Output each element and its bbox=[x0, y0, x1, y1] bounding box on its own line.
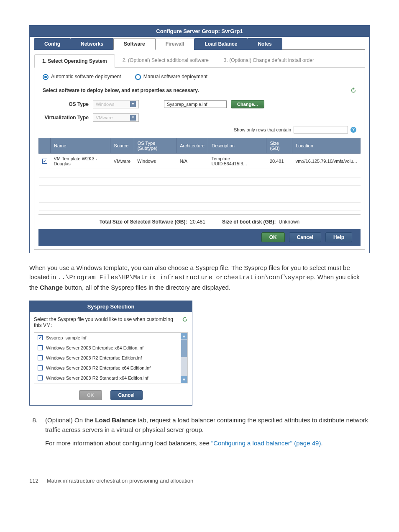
radio-icon bbox=[135, 74, 141, 80]
tab-panel: 1. Select Operating System 2. (Optional)… bbox=[34, 49, 365, 249]
link-configuring-load-balancer[interactable]: "Configuring a load balancer" (page 49) bbox=[211, 439, 321, 447]
col-desc[interactable]: Description bbox=[208, 138, 266, 153]
radio-manual-deploy[interactable]: Manual software deployment bbox=[135, 74, 207, 80]
item-checkbox[interactable] bbox=[38, 365, 43, 370]
list-item[interactable]: Windows Server 2003 R2 Standard x64 Edit… bbox=[34, 373, 187, 383]
step-1[interactable]: 1. Select Operating System bbox=[34, 54, 115, 68]
numbered-step-list: 8. (Optional) On the Load Balance tab, r… bbox=[29, 416, 370, 452]
tab-software[interactable]: Software bbox=[113, 38, 156, 50]
step-3[interactable]: 3. (Optional) Change default install ord… bbox=[216, 54, 322, 67]
deployment-radio-group: Automatic software deployment Manual sof… bbox=[34, 68, 365, 84]
cell-source: VMware bbox=[110, 153, 134, 169]
cell-desc: Template UUID:564d15f3... bbox=[208, 153, 266, 169]
boot-size-value: Unknown bbox=[279, 219, 299, 225]
col-source[interactable]: Source bbox=[110, 138, 134, 153]
cell-ostype: Windows bbox=[134, 153, 176, 169]
tab-load-balance[interactable]: Load Balance bbox=[194, 38, 248, 50]
table-row[interactable]: VM Template W2K3 - Douglas VMware Window… bbox=[39, 153, 361, 169]
table-row bbox=[39, 194, 361, 202]
paragraph-sysprep: When you use a Windows template, you can… bbox=[29, 263, 370, 293]
col-ostype[interactable]: OS Type (Subtype) bbox=[134, 138, 176, 153]
cancel-button[interactable]: Cancel bbox=[289, 232, 321, 242]
step-2[interactable]: 2. (Optional) Select additional software bbox=[115, 54, 216, 67]
scroll-track[interactable] bbox=[181, 339, 187, 376]
dialog-button-bar: OK Cancel Help bbox=[38, 229, 361, 246]
os-type-label: OS Type bbox=[43, 101, 89, 107]
col-loc[interactable]: Location bbox=[292, 138, 361, 153]
list-item[interactable]: Windows Server 2003 R2 Enterprise Editio… bbox=[34, 353, 187, 363]
sysprep-file-field: Sysprep_sample.inf bbox=[164, 100, 227, 108]
page-footer: 112 Matrix infrastructure orchestration … bbox=[29, 478, 370, 484]
col-arch[interactable]: Architecture bbox=[176, 138, 208, 153]
step-number: 8. bbox=[29, 416, 38, 452]
item-checkbox[interactable] bbox=[38, 355, 43, 360]
col-size[interactable]: Size (GB) bbox=[266, 138, 292, 153]
refresh-icon[interactable] bbox=[182, 316, 188, 322]
sysprep-selection-dialog: Sysprep Selection Select the Sysprep fil… bbox=[29, 301, 192, 406]
list-item[interactable]: Sysprep_sample.inf bbox=[34, 333, 187, 343]
change-button[interactable]: Change... bbox=[231, 100, 264, 108]
list-item[interactable]: Windows Server 2003 Enterprise x64 Editi… bbox=[34, 343, 187, 353]
table-row bbox=[39, 177, 361, 185]
boot-size-label: Size of boot disk (GB): bbox=[222, 219, 276, 225]
filter-label: Show only rows that contain bbox=[234, 127, 291, 132]
col-checkbox bbox=[39, 138, 51, 153]
tab-networks[interactable]: Networks bbox=[70, 38, 114, 50]
step-8: 8. (Optional) On the Load Balance tab, r… bbox=[29, 416, 370, 452]
chevron-down-icon: ▼ bbox=[130, 101, 136, 107]
dialog-title: Sysprep Selection bbox=[30, 301, 192, 312]
cancel-button[interactable]: Cancel bbox=[110, 390, 143, 400]
total-size-label: Total Size of Selected Software (GB): bbox=[100, 219, 187, 225]
help-icon[interactable]: ? bbox=[350, 127, 356, 133]
item-checkbox[interactable] bbox=[38, 335, 43, 340]
table-row bbox=[39, 169, 361, 177]
list-item[interactable]: Windows Server 2003 R2 Enterprise x64 Ed… bbox=[34, 363, 187, 373]
os-type-select[interactable]: Windows▼ bbox=[93, 100, 139, 108]
scrollbar[interactable]: ▲ ▼ bbox=[181, 333, 187, 383]
sysprep-prompt: Select the Sysprep file you would like t… bbox=[34, 316, 182, 328]
table-row bbox=[39, 202, 361, 211]
section-heading: Select software to deploy below, and set… bbox=[43, 87, 199, 93]
software-table: Name Source OS Type (Subtype) Architectu… bbox=[38, 138, 361, 211]
os-type-row: OS Type Windows▼ Sysprep_sample.inf Chan… bbox=[34, 98, 365, 111]
refresh-icon[interactable] bbox=[350, 87, 356, 93]
table-row bbox=[39, 185, 361, 194]
item-checkbox[interactable] bbox=[38, 345, 43, 350]
total-size-value: 20.481 bbox=[190, 219, 205, 225]
dialog-tabs: Config Networks Software Firewall Load B… bbox=[30, 37, 369, 49]
virt-type-select[interactable]: VMware▼ bbox=[93, 113, 139, 122]
cell-arch: N/A bbox=[176, 153, 208, 169]
cell-loc: vm://16.125.79.10/vmfs/volu... bbox=[292, 153, 361, 169]
tab-notes[interactable]: Notes bbox=[247, 38, 282, 50]
virt-type-row: Virtualization Type VMware▼ bbox=[34, 111, 365, 124]
filter-input[interactable] bbox=[294, 126, 348, 134]
help-button[interactable]: Help bbox=[325, 232, 352, 242]
cell-name: VM Template W2K3 - Douglas bbox=[51, 153, 110, 169]
tab-firewall[interactable]: Firewall bbox=[155, 38, 195, 50]
radio-auto-deploy[interactable]: Automatic software deployment bbox=[43, 74, 121, 80]
virt-type-label: Virtualization Type bbox=[43, 115, 89, 121]
chevron-down-icon: ▼ bbox=[130, 115, 136, 121]
col-name[interactable]: Name bbox=[51, 138, 110, 153]
wizard-steps: 1. Select Operating System 2. (Optional)… bbox=[34, 54, 365, 68]
chapter-title: Matrix infrastructure orchestration prov… bbox=[47, 478, 193, 484]
totals-row: Total Size of Selected Software (GB): 20… bbox=[38, 214, 361, 229]
row-checkbox[interactable] bbox=[42, 159, 47, 164]
scroll-down-icon[interactable]: ▼ bbox=[181, 376, 187, 383]
section-heading-row: Select software to deploy below, and set… bbox=[34, 84, 365, 98]
ok-button[interactable]: OK bbox=[79, 390, 102, 400]
scroll-thumb[interactable] bbox=[181, 340, 187, 357]
radio-icon bbox=[43, 74, 49, 80]
dialog-title: Configure Server Group: SvrGrp1 bbox=[30, 26, 369, 37]
dialog-button-bar: OK Cancel bbox=[34, 388, 188, 401]
tab-config[interactable]: Config bbox=[34, 38, 71, 50]
page-number: 112 bbox=[29, 478, 38, 484]
ok-button[interactable]: OK bbox=[261, 232, 285, 242]
item-checkbox[interactable] bbox=[38, 375, 43, 380]
configure-server-group-dialog: Configure Server Group: SvrGrp1 Config N… bbox=[29, 25, 370, 253]
cell-size: 20.481 bbox=[266, 153, 292, 169]
filter-row: Show only rows that contain ? bbox=[34, 124, 365, 135]
sysprep-list: Sysprep_sample.inf Windows Server 2003 E… bbox=[34, 332, 188, 383]
scroll-up-icon[interactable]: ▲ bbox=[181, 333, 187, 339]
